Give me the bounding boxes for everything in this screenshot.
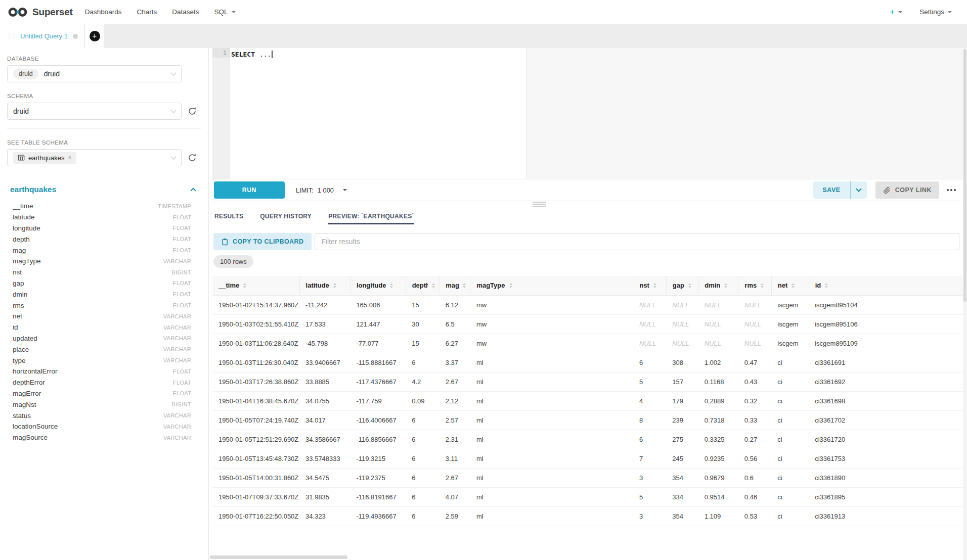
sql-code-line: SELECT ... [231, 50, 273, 59]
schema-value: druid [13, 107, 29, 115]
results-tabbar: RESULTSQUERY HISTORYPREVIEW: `EARTHQUAKE… [212, 201, 963, 224]
null-cell: NULL [666, 334, 698, 353]
column-header-longitude[interactable]: longitude [350, 276, 406, 295]
nav-item-dashboards[interactable]: Dashboards [85, 8, 122, 16]
save-button[interactable]: SAVE [813, 181, 850, 199]
add-tab-button[interactable]: + [90, 31, 100, 41]
table-cell: ci3361720 [809, 430, 963, 449]
schema-column-gap: gapFLOAT [7, 278, 208, 289]
table-cell: 2.12 [439, 391, 470, 410]
results-tab-preview-earthquakes[interactable]: PREVIEW: `EARTHQUAKES` [328, 213, 414, 224]
sort-icon [761, 283, 764, 288]
column-type: VARCHAR [163, 357, 191, 363]
column-name: place [13, 346, 29, 353]
column-type: VARCHAR [163, 435, 191, 441]
table-cell: ml [470, 506, 633, 526]
table-cell: -117.759 [350, 391, 406, 410]
table-row: 1950-01-03T11:26:30.040Z33.9406667-115.8… [212, 353, 963, 372]
results-tab-query-history[interactable]: QUERY HISTORY [260, 213, 312, 224]
nav-item-charts[interactable]: Charts [137, 8, 157, 16]
column-header-inner: dmin [705, 282, 734, 289]
column-header-id[interactable]: id [809, 276, 963, 295]
table-cell: 0.56 [738, 449, 771, 468]
column-header-net[interactable]: net [771, 276, 809, 295]
column-header-depth[interactable]: depth [406, 276, 439, 295]
refresh-tables-icon[interactable] [188, 153, 197, 162]
table-row: 1950-01-05T14:00:31.860Z34.5475-119.2375… [212, 468, 963, 487]
more-options-button[interactable] [947, 189, 956, 191]
column-name: magType [13, 257, 41, 265]
column-header-time[interactable]: __time [212, 276, 299, 295]
database-select[interactable]: druid druid [7, 65, 182, 82]
column-type: FLOAT [173, 302, 191, 308]
schema-select[interactable]: druid [7, 103, 182, 120]
results-controls: COPY TO CLIPBOARD [212, 233, 963, 250]
table-cell: 0.46 [738, 487, 771, 506]
column-header-rms[interactable]: rms [738, 276, 771, 295]
table-cell: 0.33 [738, 410, 771, 430]
sql-code-editor[interactable]: 1 SELECT ... [212, 48, 967, 179]
table-cell: 6 [406, 410, 439, 430]
column-header-inner: gap [673, 282, 694, 289]
superset-logo[interactable]: Superset [7, 6, 73, 18]
query-tab[interactable]: ⋮⋮ Untitled Query 1 × [0, 24, 85, 48]
schema-column-magtype: magTypeVARCHAR [7, 256, 208, 267]
results-pane: RESULTSQUERY HISTORYPREVIEW: `EARTHQUAKE… [212, 201, 967, 560]
schema-column-magsource: magSourceVARCHAR [7, 432, 208, 443]
table-cell: 34.3586667 [299, 430, 350, 449]
table-cell: 354 [666, 506, 698, 526]
refresh-schema-icon[interactable] [188, 107, 197, 116]
table-cell: 0.43 [738, 372, 771, 391]
results-tab-results[interactable]: RESULTS [214, 213, 243, 224]
column-header-label: longitude [357, 282, 386, 289]
table-cell: 0.9679 [698, 468, 738, 487]
column-header-magtype[interactable]: magType [470, 276, 633, 295]
column-header-gap[interactable]: gap [666, 276, 698, 295]
column-header-inner: mag [446, 282, 466, 289]
settings-menu[interactable]: Settings [919, 8, 952, 16]
schema-column-mag: magFLOAT [7, 245, 208, 256]
copy-link-button[interactable]: COPY LINK [875, 181, 939, 199]
new-item-button[interactable]: + [890, 7, 902, 17]
null-cell: NULL [633, 334, 666, 353]
schema-column-magnst: magNstBIGINT [7, 399, 208, 410]
table-cell: ci [771, 468, 809, 487]
horizontal-scrollbar-thumb[interactable] [210, 555, 347, 559]
schema-column-longitude: longitudeFLOAT [7, 223, 208, 234]
table-cell: mw [470, 334, 633, 353]
column-name: status [13, 412, 31, 419]
filter-results-input[interactable] [315, 233, 959, 250]
sort-desc-icon [653, 286, 656, 288]
nav-item-datasets[interactable]: Datasets [172, 8, 199, 16]
table-cell: 2.67 [439, 372, 470, 391]
column-header-mag[interactable]: mag [439, 276, 470, 295]
column-type: FLOAT [173, 390, 191, 396]
table-cell: 2.67 [439, 468, 470, 487]
sort-desc-icon [243, 286, 246, 288]
nav-item-sql[interactable]: SQL [214, 8, 236, 16]
table-cell: ci3361702 [809, 410, 963, 430]
sort-icon [432, 283, 435, 288]
line-number: 1 [212, 48, 230, 58]
column-header-dmin[interactable]: dmin [698, 276, 738, 295]
column-header-label: depth [412, 282, 428, 289]
column-header-latitude[interactable]: latitude [299, 276, 350, 295]
table-cell: 33.5748333 [299, 449, 350, 468]
sort-asc-icon [653, 283, 656, 285]
table-schema-header[interactable]: earthquakes [10, 185, 195, 194]
run-button[interactable]: RUN [214, 181, 285, 199]
table-cell: 7 [633, 449, 666, 468]
column-type: VARCHAR [163, 324, 191, 331]
column-header-nst[interactable]: nst [633, 276, 666, 295]
table-cell: ci3361691 [809, 353, 963, 372]
remove-table-icon[interactable]: × [68, 154, 72, 161]
vertical-scrollbar-thumb[interactable] [963, 49, 966, 302]
resize-handle-icon[interactable] [533, 202, 546, 208]
copy-to-clipboard-button[interactable]: COPY TO CLIPBOARD [213, 233, 312, 250]
table-cell: ci3361890 [809, 468, 963, 487]
column-type: FLOAT [173, 236, 191, 242]
save-options-button[interactable] [850, 181, 867, 199]
table-select[interactable]: earthquakes × [7, 149, 182, 166]
limit-dropdown[interactable]: LIMIT: 1 000 [296, 186, 347, 194]
table-cell: 1950-01-05T13:45:48.730Z [212, 449, 299, 468]
